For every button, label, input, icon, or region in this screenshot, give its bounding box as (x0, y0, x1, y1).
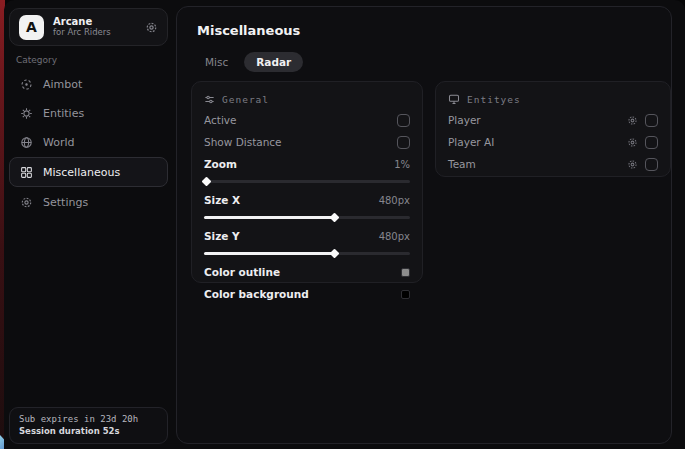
team-row: Team (448, 153, 658, 175)
crosshair-icon (20, 78, 33, 91)
size-x-row: Size X 480px (204, 189, 410, 211)
zoom-label: Zoom (204, 158, 237, 170)
sidebar-item-miscellaneous[interactable]: Miscellaneous (9, 157, 168, 187)
zoom-slider[interactable] (204, 176, 410, 186)
sidebar-item-label: Miscellaneous (43, 166, 120, 179)
brand-subtitle: for Arc Riders (53, 28, 136, 38)
slider-fill (204, 252, 334, 255)
sliders-icon (204, 94, 215, 105)
size-x-slider[interactable] (204, 212, 410, 222)
slider-thumb[interactable] (329, 213, 339, 223)
app-window: A Arcane for Arc Riders Category Aimbot (4, 0, 685, 449)
size-y-row: Size Y 480px (204, 225, 410, 247)
grid-icon (20, 166, 33, 179)
size-y-label: Size Y (204, 230, 240, 242)
color-outline-swatch[interactable] (401, 268, 410, 277)
color-outline-row: Color outline (204, 261, 410, 283)
monitor-icon (448, 93, 460, 105)
active-row: Active (204, 109, 410, 131)
team-gear-icon[interactable] (627, 159, 638, 170)
sidebar-item-label: World (43, 136, 75, 149)
size-x-value: 480px (379, 195, 410, 206)
sidebar-item-label: Entities (43, 107, 84, 120)
brand-gear-icon[interactable] (145, 21, 158, 34)
color-background-label: Color background (204, 288, 309, 300)
player-ai-row: Player AI (448, 131, 658, 153)
player-checkbox[interactable] (645, 114, 658, 127)
general-card-title: General (222, 94, 269, 105)
size-y-value: 480px (379, 231, 410, 242)
player-gear-icon[interactable] (627, 115, 638, 126)
tab-bar: Misc Radar (193, 52, 303, 72)
size-x-label: Size X (204, 194, 240, 206)
gear-icon (20, 196, 33, 209)
zoom-value: 1% (394, 159, 410, 170)
player-ai-checkbox[interactable] (645, 136, 658, 149)
show-distance-row: Show Distance (204, 131, 410, 153)
team-label: Team (448, 158, 476, 170)
sidebar-nav: Aimbot Entities World (9, 70, 168, 216)
show-distance-label: Show Distance (204, 136, 282, 148)
entities-card: Entityes Player Player AI (435, 81, 671, 177)
sidebar-item-label: Settings (43, 196, 88, 209)
main-panel: Miscellaneous Misc Radar General Active … (176, 6, 672, 444)
page-title: Miscellaneous (197, 23, 300, 38)
team-checkbox[interactable] (645, 158, 658, 171)
size-y-slider[interactable] (204, 248, 410, 258)
player-ai-gear-icon[interactable] (627, 137, 638, 148)
slider-track (204, 180, 410, 183)
sub-expires-text: Sub expires in 23d 20h (19, 414, 158, 424)
show-distance-checkbox[interactable] (397, 136, 410, 149)
brand-avatar: A (19, 15, 44, 40)
zoom-row: Zoom 1% (204, 153, 410, 175)
entities-card-title: Entityes (467, 94, 521, 105)
color-background-swatch[interactable] (401, 290, 410, 299)
subscription-card: Sub expires in 23d 20h Session duration … (9, 407, 168, 444)
entities-card-header: Entityes (448, 91, 658, 107)
player-ai-label: Player AI (448, 136, 494, 148)
category-label: Category (16, 55, 57, 65)
sidebar-item-world[interactable]: World (9, 128, 168, 156)
general-card-header: General (204, 91, 410, 107)
general-card: General Active Show Distance Zoom 1% Siz… (191, 81, 423, 283)
radar-burst-icon (20, 107, 33, 120)
player-label: Player (448, 114, 481, 126)
slider-fill (204, 216, 334, 219)
session-duration-text: Session duration 52s (19, 426, 158, 436)
slider-thumb[interactable] (329, 249, 339, 259)
brand-card: A Arcane for Arc Riders (9, 8, 168, 46)
tab-radar[interactable]: Radar (244, 52, 303, 72)
sidebar-item-settings[interactable]: Settings (9, 188, 168, 216)
color-outline-label: Color outline (204, 266, 280, 278)
sidebar-item-entities[interactable]: Entities (9, 99, 168, 127)
color-background-row: Color background (204, 283, 410, 305)
brand-text: Arcane for Arc Riders (53, 16, 136, 37)
globe-icon (20, 136, 33, 149)
sidebar-item-aimbot[interactable]: Aimbot (9, 70, 168, 98)
player-row: Player (448, 109, 658, 131)
sidebar-item-label: Aimbot (43, 78, 82, 91)
active-label: Active (204, 114, 236, 126)
active-checkbox[interactable] (397, 114, 410, 127)
sidebar: A Arcane for Arc Riders Category Aimbot (4, 0, 176, 449)
tab-misc[interactable]: Misc (193, 52, 240, 72)
slider-thumb[interactable] (202, 177, 212, 187)
